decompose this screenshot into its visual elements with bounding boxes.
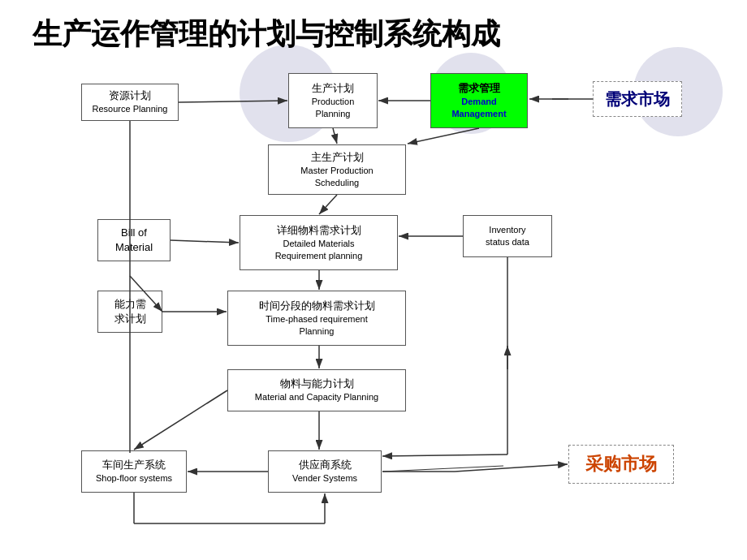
time-phased-box: 时间分段的物料需求计划 Time-phased requirement Plan… bbox=[227, 291, 406, 346]
master-production-zh: 主生产计划 bbox=[311, 150, 364, 165]
production-planning-zh: 生产计划 bbox=[312, 81, 354, 96]
production-planning-en: Production Planning bbox=[312, 96, 355, 121]
resource-planning-zh: 资源计划 bbox=[109, 88, 151, 103]
svg-line-6 bbox=[333, 128, 337, 144]
detailed-mrp-zh: 详细物料需求计划 bbox=[277, 223, 361, 238]
svg-line-9 bbox=[171, 240, 239, 243]
svg-line-25 bbox=[382, 466, 503, 472]
detailed-mrp-en: Detailed Materials Requirement planning bbox=[275, 238, 363, 263]
demand-management-box: 需求管理 Demand Management bbox=[430, 73, 528, 128]
time-phased-en: Time-phased requirement Planning bbox=[266, 313, 368, 338]
purchase-market-label: 采购市场 bbox=[585, 452, 657, 477]
master-production-box: 主生产计划 Master Production Scheduling bbox=[268, 144, 406, 195]
purchase-market-box: 采购市场 bbox=[568, 445, 674, 484]
svg-line-8 bbox=[319, 195, 337, 214]
vender-box: 供应商系统 Vender Systems bbox=[268, 450, 382, 493]
demand-management-zh: 需求管理 bbox=[458, 81, 500, 96]
resource-planning-en: Resource Planning bbox=[93, 103, 168, 115]
detailed-mrp-box: 详细物料需求计划 Detailed Materials Requirement … bbox=[240, 215, 398, 270]
inventory-box: Inventory status data bbox=[463, 215, 552, 257]
material-capacity-box: 物料与能力计划 Material and Capacity Planning bbox=[227, 369, 406, 411]
svg-line-24 bbox=[455, 464, 568, 472]
material-capacity-en: Material and Capacity Planning bbox=[255, 391, 378, 403]
capacity-box: 能力需 求计划 bbox=[97, 291, 162, 333]
demand-management-en: Demand Management bbox=[451, 96, 506, 121]
production-planning-box: 生产计划 Production Planning bbox=[288, 73, 378, 128]
bill-of-material-text: Bill of Material bbox=[115, 226, 153, 255]
demand-market-label: 需求市场 bbox=[605, 88, 670, 110]
demand-market-box: 需求市场 bbox=[593, 81, 682, 117]
vender-zh: 供应商系统 bbox=[299, 458, 352, 472]
resource-planning-box: 资源计划 Resource Planning bbox=[81, 84, 179, 121]
vender-en: Vender Systems bbox=[292, 472, 357, 485]
capacity-zh: 能力需 求计划 bbox=[114, 297, 146, 326]
shopfloor-box: 车间生产系统 Shop-floor systems bbox=[81, 450, 187, 493]
shopfloor-en: Shop-floor systems bbox=[96, 472, 172, 485]
material-capacity-zh: 物料与能力计划 bbox=[280, 377, 354, 391]
bill-of-material-box: Bill of Material bbox=[97, 219, 171, 261]
svg-line-15 bbox=[382, 454, 507, 456]
inventory-en: Inventory status data bbox=[486, 224, 529, 249]
master-production-en: Master Production Scheduling bbox=[300, 165, 373, 190]
shopfloor-zh: 车间生产系统 bbox=[102, 458, 166, 472]
svg-line-18 bbox=[134, 390, 227, 450]
page-title: 生产运作管理的计划与控制系统构成 bbox=[32, 15, 500, 54]
time-phased-zh: 时间分段的物料需求计划 bbox=[259, 299, 375, 313]
